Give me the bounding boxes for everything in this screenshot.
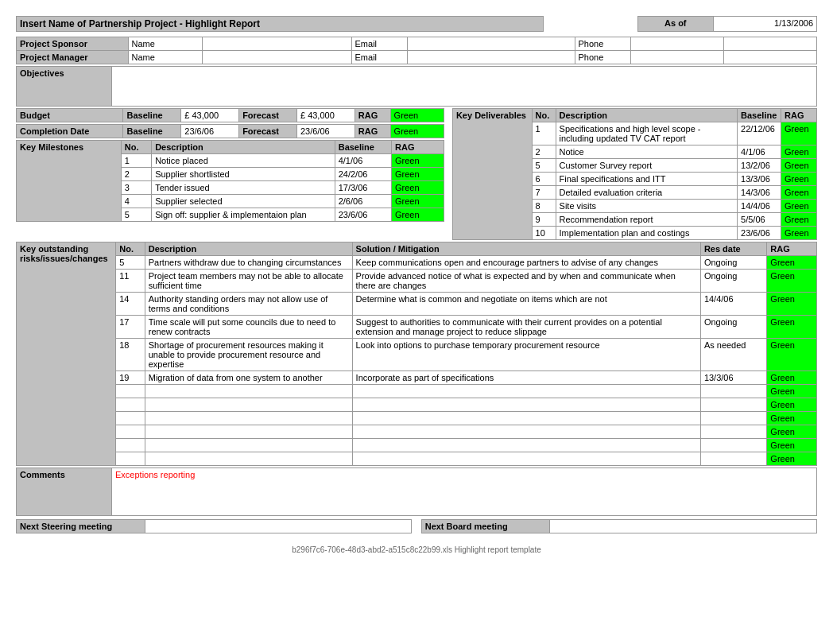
r14-desc: Authority standing orders may not allow … xyxy=(145,293,352,316)
m4-rag: Green xyxy=(392,195,444,208)
m5-desc: Sign off: supplier & implementaion plan xyxy=(152,208,335,222)
budget-forecast-value: £ 43,000 xyxy=(296,109,355,122)
d7-no: 7 xyxy=(532,186,556,200)
milestones-desc-header: Description xyxy=(152,141,335,154)
manager-email xyxy=(407,51,575,64)
re2-desc xyxy=(145,398,352,412)
d7-desc: Detailed evaluation criteria xyxy=(556,186,737,200)
m2-baseline: 24/2/06 xyxy=(335,168,391,181)
d8-desc: Site visits xyxy=(556,200,737,213)
r18-rag: Green xyxy=(767,339,817,371)
phone-label2: Phone xyxy=(575,51,630,64)
m1-baseline: 4/1/06 xyxy=(335,154,391,168)
m3-rag: Green xyxy=(392,181,444,195)
m5-baseline: 23/6/06 xyxy=(335,208,391,222)
re3-rag: Green xyxy=(767,412,817,425)
m2-no: 2 xyxy=(121,168,151,181)
sponsor-email xyxy=(407,37,575,51)
sponsor-phone xyxy=(630,37,723,51)
budget-forecast-label: Forecast xyxy=(239,109,297,122)
d7-baseline: 14/3/06 xyxy=(738,186,781,200)
d2-baseline: 4/1/06 xyxy=(738,145,781,159)
footer: b296f7c6-706e-48d3-abd2-a515c8c22b99.xls… xyxy=(16,545,817,554)
phone-label1: Phone xyxy=(575,37,630,51)
m1-no: 1 xyxy=(121,154,151,168)
risks-no-header: No. xyxy=(116,242,145,256)
d10-no: 10 xyxy=(532,227,556,240)
re6-solution xyxy=(352,452,700,466)
d8-baseline: 14/4/06 xyxy=(738,200,781,213)
objectives-label: Objectives xyxy=(17,67,112,107)
r19-resdate: 13/3/06 xyxy=(700,371,766,385)
d10-baseline: 23/6/06 xyxy=(738,227,781,240)
re4-rag: Green xyxy=(767,425,817,439)
email-label1: Email xyxy=(351,37,407,51)
re6-desc xyxy=(145,452,352,466)
r11-resdate: Ongoing xyxy=(700,270,766,293)
completion-baseline-label: Baseline xyxy=(123,125,181,138)
re1-desc xyxy=(145,385,352,398)
re3-solution xyxy=(352,412,700,425)
r18-no: 18 xyxy=(116,339,145,371)
m3-no: 3 xyxy=(121,181,151,195)
risk-row-19: 19 Migration of data from one system to … xyxy=(17,371,817,385)
key-deliverables-label: Key Deliverables xyxy=(452,109,532,240)
r19-rag: Green xyxy=(767,371,817,385)
manager-name-value xyxy=(203,51,351,64)
m4-baseline: 2/6/06 xyxy=(335,195,391,208)
manager-name: Name xyxy=(128,51,203,64)
risks-rag-header: RAG xyxy=(767,242,817,256)
risk-row-11: 11 Project team members may not be able … xyxy=(17,270,817,293)
r19-desc: Migration of data from one system to ano… xyxy=(145,371,352,385)
d1-desc: Specifications and high level scope - in… xyxy=(556,122,737,145)
report-title: Insert Name of Partnership Project - Hig… xyxy=(17,17,544,32)
completion-forecast-label: Forecast xyxy=(239,125,297,138)
next-board-label: Next Board meeting xyxy=(421,520,550,533)
r5-solution: Keep communications open and encourage p… xyxy=(352,256,700,270)
d8-no: 8 xyxy=(532,200,556,213)
re6-resdate xyxy=(700,452,766,466)
next-steering-value xyxy=(145,520,412,533)
risk-row-14: 14 Authority standing orders may not all… xyxy=(17,293,817,316)
re6-rag: Green xyxy=(767,452,817,466)
r5-desc: Partners withdraw due to changing circum… xyxy=(145,256,352,270)
d10-rag: Green xyxy=(781,227,817,240)
deliverables-rag-header: RAG xyxy=(781,109,817,122)
m1-rag: Green xyxy=(392,154,444,168)
budget-baseline-value: £ 43,000 xyxy=(181,109,239,122)
budget-label: Budget xyxy=(17,109,123,122)
re2-resdate xyxy=(700,398,766,412)
deliverables-no-header: No. xyxy=(532,109,556,122)
risks-resdate-header: Res date xyxy=(700,242,766,256)
r5-resdate: Ongoing xyxy=(700,256,766,270)
risk-row-empty-5: Green xyxy=(17,439,817,452)
re5-desc xyxy=(145,439,352,452)
budget-rag-label: RAG xyxy=(355,109,390,122)
sponsor-name-value xyxy=(203,37,351,51)
m3-baseline: 17/3/06 xyxy=(335,181,391,195)
re1-solution xyxy=(352,385,700,398)
completion-baseline-value: 23/6/06 xyxy=(181,125,239,138)
m4-no: 4 xyxy=(121,195,151,208)
m2-desc: Supplier shortlisted xyxy=(152,168,335,181)
re3-desc xyxy=(145,412,352,425)
re2-rag: Green xyxy=(767,398,817,412)
risks-solution-header: Solution / Mitigation xyxy=(352,242,700,256)
re1-no xyxy=(116,385,145,398)
d1-no: 1 xyxy=(532,122,556,145)
d6-desc: Final specifications and ITT xyxy=(556,173,737,186)
risk-row-18: 18 Shortage of procurement resources mak… xyxy=(17,339,817,371)
sponsor-phone-value xyxy=(723,37,816,51)
risk-row-17: 17 Time scale will put some councils due… xyxy=(17,316,817,339)
d10-desc: Implementation plan and costings xyxy=(556,227,737,240)
r14-resdate: 14/4/06 xyxy=(700,293,766,316)
risks-desc-header: Description xyxy=(145,242,352,256)
key-outstanding-label: Key outstanding risks/issues/changes xyxy=(17,242,116,466)
risk-row-empty-3: Green xyxy=(17,412,817,425)
m3-desc: Tender issued xyxy=(152,181,335,195)
as-of-label: As of xyxy=(637,17,713,32)
d9-no: 9 xyxy=(532,213,556,227)
r17-no: 17 xyxy=(116,316,145,339)
re3-no xyxy=(116,412,145,425)
manager-phone xyxy=(630,51,723,64)
